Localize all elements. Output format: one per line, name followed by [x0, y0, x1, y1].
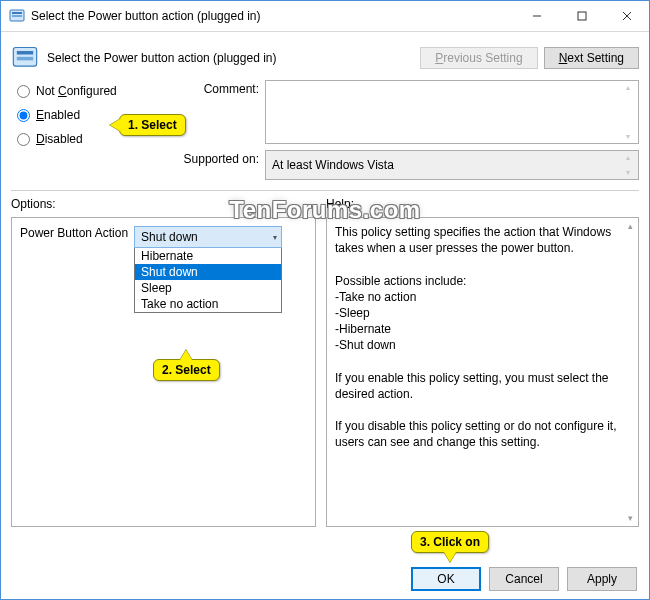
comment-textarea[interactable]: ▴▾	[265, 80, 639, 144]
help-text-p4: If you disable this policy setting or do…	[335, 418, 620, 450]
scrollbar-stub: ▴▾	[626, 83, 636, 141]
lower-panels: Power Button Action Shut down ▾ Hibernat…	[11, 217, 639, 527]
svg-rect-4	[13, 48, 36, 67]
dialog-footer: OK Cancel Apply	[411, 567, 637, 591]
combo-item-take-no-action[interactable]: Take no action	[135, 296, 281, 312]
svg-rect-3	[578, 12, 586, 20]
svg-rect-1	[12, 12, 22, 14]
combo-display[interactable]: Shut down ▾	[134, 226, 282, 248]
minimize-button[interactable]	[514, 1, 559, 31]
policy-icon-large	[11, 44, 39, 72]
apply-button[interactable]: Apply	[567, 567, 637, 591]
help-action-2: -Sleep	[335, 305, 620, 321]
radio-disabled-input[interactable]	[17, 133, 30, 146]
chevron-down-icon: ▾	[273, 233, 277, 242]
help-panel: This policy setting specifies the action…	[326, 217, 639, 527]
combo-item-hibernate[interactable]: Hibernate	[135, 248, 281, 264]
help-action-1: -Take no action	[335, 289, 620, 305]
supported-on-box: At least Windows Vista ▴▾	[265, 150, 639, 180]
header-row: Select the Power button action (plugged …	[11, 40, 639, 80]
scrollbar-stub: ▴▾	[626, 153, 636, 177]
cancel-button[interactable]: Cancel	[489, 567, 559, 591]
window-controls	[514, 1, 649, 31]
comment-label: Comment:	[173, 80, 259, 144]
help-label: Help:	[326, 197, 354, 211]
options-label: Options:	[11, 197, 316, 211]
content-area: Select the Power button action (plugged …	[1, 32, 649, 527]
help-action-4: -Shut down	[335, 337, 620, 353]
close-button[interactable]	[604, 1, 649, 31]
combo-item-sleep[interactable]: Sleep	[135, 280, 281, 296]
window-title: Select the Power button action (plugged …	[31, 9, 514, 23]
help-text-p1: This policy setting specifies the action…	[335, 224, 620, 256]
option-label: Power Button Action	[20, 226, 128, 240]
svg-rect-2	[12, 15, 22, 17]
callout-3: 3. Click on	[411, 531, 489, 553]
settings-top: Not Configured Enabled Disabled Comment:…	[11, 80, 639, 180]
combo-selected-value: Shut down	[141, 230, 198, 244]
combo-item-shut-down[interactable]: Shut down	[135, 264, 281, 280]
supported-on-value: At least Windows Vista	[272, 158, 394, 172]
power-button-action-combo[interactable]: Shut down ▾ Hibernate Shut down Sleep Ta…	[134, 226, 282, 313]
combo-dropdown-list: Hibernate Shut down Sleep Take no action	[134, 248, 282, 313]
help-action-3: -Hibernate	[335, 321, 620, 337]
ok-button[interactable]: OK	[411, 567, 481, 591]
radio-not-configured[interactable]: Not Configured	[17, 84, 167, 98]
scrollbar-stub: ▴▾	[624, 220, 636, 524]
radio-enabled-input[interactable]	[17, 109, 30, 122]
dialog-window: Select the Power button action (plugged …	[0, 0, 650, 600]
svg-rect-5	[17, 51, 33, 55]
help-text-p2: Possible actions include:	[335, 273, 620, 289]
titlebar: Select the Power button action (plugged …	[1, 1, 649, 32]
callout-2: 2. Select	[153, 359, 220, 381]
svg-rect-6	[17, 57, 33, 61]
policy-icon	[9, 8, 25, 24]
divider	[11, 190, 639, 191]
next-setting-button[interactable]: Next Setting	[544, 47, 639, 69]
policy-title: Select the Power button action (plugged …	[47, 51, 420, 65]
section-labels: Options: Help:	[11, 197, 639, 211]
maximize-button[interactable]	[559, 1, 604, 31]
supported-on-label: Supported on:	[173, 150, 259, 180]
previous-setting-button: Previous Setting	[420, 47, 537, 69]
help-text-p3: If you enable this policy setting, you m…	[335, 370, 620, 402]
radio-not-configured-input[interactable]	[17, 85, 30, 98]
callout-1: 1. Select	[119, 114, 186, 136]
